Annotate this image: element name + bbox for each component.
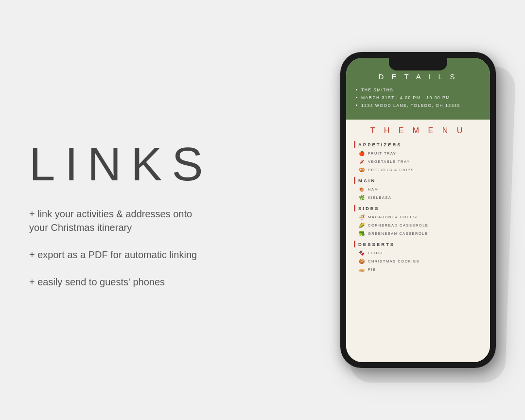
cookie-icon: 🍪 (358, 258, 365, 264)
menu-item: 🌽 CORNBREAD CASSEROLE (354, 222, 482, 228)
ham-icon: 🍖 (358, 186, 365, 192)
feature-item-3: + easily send to guests' phones (29, 275, 204, 289)
left-panel: LINKS + link your activities & addresses… (29, 19, 340, 401)
section-header-main: MAIN (354, 177, 482, 184)
menu-item: 🍫 FUDGE (354, 249, 482, 256)
mac-icon: 🍜 (358, 213, 365, 220)
item-kielbasa: KIELBASA (368, 195, 391, 200)
menu-item: 🥦 GREENBEAN CASSEROLE (354, 230, 482, 237)
menu-item: 🍎 FRUIT TRAY (354, 150, 482, 157)
item-pie: PIE (368, 267, 376, 272)
detail-line-name: THE SMITHS' (356, 88, 480, 92)
section-title-appetizers: APPETIZERS (358, 142, 402, 147)
section-title-desserts: DESSERTS (358, 242, 395, 247)
menu-section-main: MAIN 🍖 HAM 🌿 KIELBASA (354, 177, 482, 201)
cornbread-icon: 🌽 (358, 222, 365, 228)
detail-dot-2 (356, 97, 357, 98)
detail-line-address: 1234 WOOD LANE, TOLEDO, OH 12345 (356, 103, 480, 108)
section-header-appetizers: APPETIZERS (354, 141, 482, 148)
fudge-icon: 🍫 (358, 249, 365, 256)
section-line-sides (354, 205, 355, 211)
vegetable-icon: 🌶 (358, 158, 365, 165)
item-fudge: FUDGE (368, 251, 385, 255)
greenbean-icon: 🥦 (358, 230, 365, 237)
phone-mockup: D E T A I L S THE SMITHS' MARCH 31ST | 4… (340, 52, 496, 368)
fruit-icon: 🍎 (358, 150, 365, 157)
phone-notch (389, 58, 447, 70)
section-line-appetizers (354, 141, 355, 148)
headline: LINKS (29, 141, 321, 188)
feature-item-2: + export as a PDF for automatic linking (29, 248, 204, 262)
menu-title: T H E M E N U (354, 126, 482, 135)
host-name: THE SMITHS' (361, 88, 395, 92)
pretzel-icon: 🥨 (358, 166, 365, 173)
event-date: MARCH 31ST | 4:00 PM - 10:00 PM (361, 95, 450, 100)
section-line-main (354, 177, 355, 184)
section-title-sides: SIDES (358, 206, 380, 211)
phone-outer: D E T A I L S THE SMITHS' MARCH 31ST | 4… (340, 52, 496, 368)
detail-dot-3 (356, 105, 357, 106)
kielbasa-icon: 🌿 (358, 194, 365, 201)
item-pretzels: PRETZELS & CHIPS (368, 168, 414, 172)
feature-list: + link your activities & addresses onto … (29, 207, 321, 289)
menu-section-appetizers: APPETIZERS 🍎 FRUIT TRAY 🌶 VEGETABLE TRAY… (354, 141, 482, 173)
item-cookies: CHRISTMAS COOKIES (368, 259, 420, 263)
item-vegetable-tray: VEGETABLE TRAY (368, 159, 410, 164)
feature-item-1: + link your activities & addresses onto … (29, 207, 204, 234)
item-mac-cheese: MACARONI & CHEESE (368, 215, 420, 219)
menu-section-desserts: DESSERTS 🍫 FUDGE 🍪 CHRISTMAS COOKIES 🥧 (354, 241, 482, 273)
section-title-main: MAIN (358, 178, 376, 183)
event-address: 1234 WOOD LANE, TOLEDO, OH 12345 (361, 103, 460, 108)
item-cornbread: CORNBREAD CASSEROLE (368, 223, 428, 228)
menu-item: 🌶 VEGETABLE TRAY (354, 158, 482, 165)
detail-line-date: MARCH 31ST | 4:00 PM - 10:00 PM (356, 95, 480, 100)
item-ham: HAM (368, 187, 378, 192)
right-panel: D E T A I L S THE SMITHS' MARCH 31ST | 4… (340, 52, 496, 368)
menu-item: 🍜 MACARONI & CHEESE (354, 213, 482, 220)
menu-item: 🥧 PIE (354, 266, 482, 273)
section-line-desserts (354, 241, 355, 247)
item-fruit-tray: FRUIT TRAY (368, 151, 396, 156)
menu-section-sides: SIDES 🍜 MACARONI & CHEESE 🌽 CORNBREAD CA… (354, 205, 482, 237)
details-title: D E T A I L S (356, 72, 480, 81)
menu-item: 🍪 CHRISTMAS COOKIES (354, 258, 482, 264)
detail-dot (356, 89, 357, 90)
item-greenbean: GREENBEAN CASSEROLE (368, 231, 428, 236)
menu-item: 🌿 KIELBASA (354, 194, 482, 201)
section-header-sides: SIDES (354, 205, 482, 211)
menu-item: 🍖 HAM (354, 186, 482, 192)
section-header-desserts: DESSERTS (354, 241, 482, 247)
menu-item: 🥨 PRETZELS & CHIPS (354, 166, 482, 173)
screen-body: T H E M E N U APPETIZERS 🍎 FRUIT TRAY � (346, 120, 490, 362)
phone-screen: D E T A I L S THE SMITHS' MARCH 31ST | 4… (346, 58, 490, 362)
pie-icon: 🥧 (358, 266, 365, 273)
